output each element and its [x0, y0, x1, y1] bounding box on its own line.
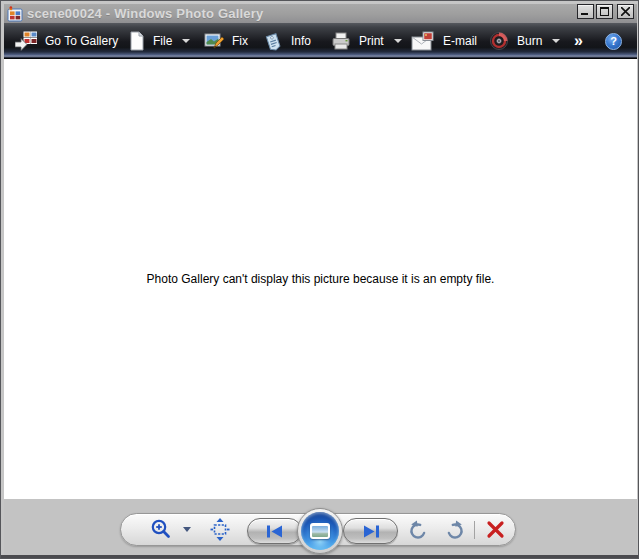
toolbar-label: E-mail — [443, 34, 477, 48]
toolbar-label: Burn — [517, 34, 542, 48]
toolbar-info[interactable]: Info — [263, 23, 311, 59]
titlebar[interactable]: scene00024 - Windows Photo Gallery — [4, 4, 637, 23]
toolbar-go-to-gallery[interactable]: Go To Gallery — [15, 23, 118, 59]
chevron-down-icon — [182, 39, 190, 43]
fix-photo-pencil-icon — [204, 31, 224, 51]
next-icon — [362, 525, 380, 538]
info-tag-icon — [263, 31, 283, 51]
rotate-clockwise-button[interactable] — [445, 520, 465, 543]
window-title: scene00024 - Windows Photo Gallery — [27, 6, 263, 21]
burn-disc-icon — [489, 31, 509, 51]
minimize-button[interactable] — [577, 4, 594, 19]
zoom-button[interactable] — [150, 518, 174, 544]
chevron-down-icon — [552, 39, 560, 43]
window-bottom-edge — [0, 555, 639, 558]
toolbar-overflow[interactable]: » — [574, 23, 583, 59]
maximize-icon — [600, 7, 609, 16]
delete-x-icon — [486, 520, 505, 539]
toolbar: Go To Gallery File Fix — [4, 23, 637, 59]
previous-icon — [266, 525, 284, 538]
window-controls — [575, 4, 634, 19]
toolbar-label: Go To Gallery — [45, 34, 118, 48]
magnifier-plus-icon — [150, 518, 174, 541]
toolbar-print[interactable]: Print — [331, 23, 402, 59]
rotate-clockwise-icon — [445, 520, 465, 540]
empty-file-message: Photo Gallery can't display this picture… — [4, 272, 637, 286]
slideshow-icon — [310, 523, 330, 539]
delete-button[interactable] — [486, 520, 505, 542]
chevron-down-icon — [394, 39, 402, 43]
file-page-icon — [129, 31, 145, 51]
close-icon — [621, 7, 630, 16]
minimize-icon — [581, 7, 590, 16]
fit-to-window-button[interactable] — [210, 518, 230, 544]
help-icon: ? — [605, 33, 622, 50]
toolbar-label: Info — [291, 34, 311, 48]
toolbar-label: File — [153, 34, 172, 48]
email-envelope-icon — [411, 31, 435, 51]
fit-to-window-icon — [210, 518, 230, 541]
previous-button[interactable] — [247, 518, 302, 544]
rotate-counterclockwise-button[interactable] — [408, 520, 428, 543]
overflow-chevron-icon: » — [574, 32, 583, 50]
photo-gallery-window: scene00024 - Windows Photo Gallery Go To… — [0, 0, 639, 559]
close-button[interactable] — [617, 4, 634, 19]
toolbar-fix[interactable]: Fix — [204, 23, 248, 59]
next-button[interactable] — [343, 518, 398, 544]
go-to-gallery-icon — [15, 30, 37, 52]
slideshow-button[interactable] — [297, 508, 343, 554]
rotate-counterclockwise-icon — [408, 520, 428, 540]
toolbar-email[interactable]: E-mail — [411, 23, 477, 59]
printer-icon — [331, 31, 351, 51]
maximize-button[interactable] — [596, 4, 613, 19]
toolbar-label: Print — [359, 34, 384, 48]
divider — [474, 521, 475, 539]
zoom-dropdown-caret-icon[interactable] — [183, 527, 191, 532]
playback-bar — [4, 499, 637, 557]
photo-viewer-canvas: Photo Gallery can't display this picture… — [4, 59, 637, 499]
toolbar-burn[interactable]: Burn — [489, 23, 560, 59]
help-button[interactable]: ? — [605, 23, 622, 59]
toolbar-file[interactable]: File — [129, 23, 190, 59]
photo-gallery-app-icon — [7, 6, 23, 22]
slideshow-sphere — [301, 512, 339, 550]
toolbar-label: Fix — [232, 34, 248, 48]
